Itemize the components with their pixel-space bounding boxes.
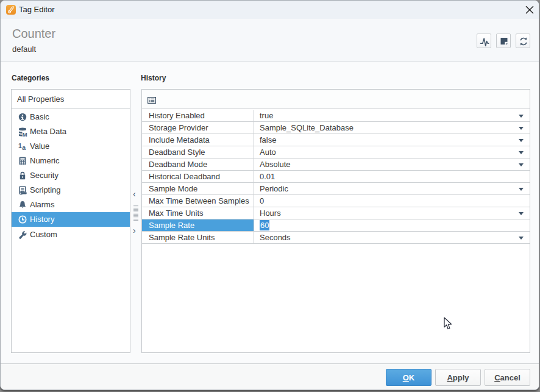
svg-text:M: M: [23, 131, 27, 137]
svg-text:a: a: [22, 144, 26, 151]
svg-text:1: 1: [18, 142, 22, 149]
